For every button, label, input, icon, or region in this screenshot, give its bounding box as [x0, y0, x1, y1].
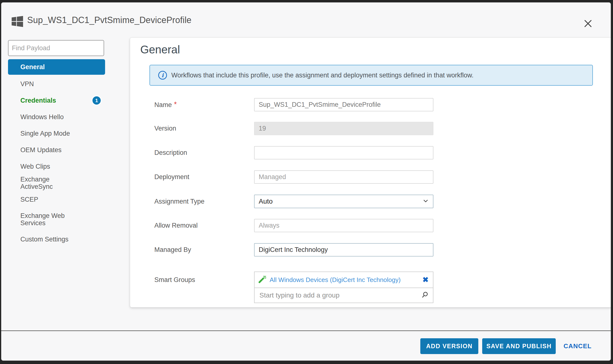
- remove-x-icon[interactable]: ✖: [422, 276, 429, 284]
- payload-nav: General VPN Credentials 1 Windows Hello …: [8, 59, 105, 247]
- sidebar-item-windows-hello[interactable]: Windows Hello: [8, 109, 105, 125]
- sidebar-item-exchange-web-services[interactable]: Exchange Web Services: [8, 208, 105, 231]
- info-icon: i: [158, 71, 167, 80]
- assignment-type-row: Assignment Type Auto: [154, 195, 433, 208]
- smart-groups-row: Smart Groups All Windows Devices (DigiCe…: [154, 272, 433, 303]
- device-profile-dialog: Sup_WS1_DC1_PvtSmime_DeviceProfile Gener…: [1, 2, 611, 361]
- page-title: General: [140, 43, 180, 56]
- smart-groups-label: Smart Groups: [154, 272, 254, 288]
- close-button[interactable]: [583, 19, 593, 29]
- allow-removal-input[interactable]: [254, 219, 433, 232]
- version-input: [254, 122, 433, 135]
- save-and-publish-button[interactable]: SAVE AND PUBLISH: [482, 338, 556, 354]
- version-row: Version: [154, 122, 433, 135]
- version-label: Version: [154, 125, 254, 132]
- sidebar-item-exchange-activesync[interactable]: Exchange ActiveSync: [8, 175, 105, 191]
- sidebar-item-custom-settings[interactable]: Custom Settings: [8, 231, 105, 247]
- smart-groups-widget: All Windows Devices (DigiCert Inc Techno…: [254, 272, 433, 303]
- windows-logo-icon: [12, 16, 23, 27]
- description-input[interactable]: [254, 146, 433, 159]
- deployment-label: Deployment: [154, 173, 254, 181]
- allow-removal-label: Allow Removal: [154, 222, 254, 229]
- find-payload-input[interactable]: [8, 40, 104, 56]
- sidebar-item-oem-updates[interactable]: OEM Updates: [8, 142, 105, 158]
- name-label: Name *: [154, 101, 254, 109]
- assignment-type-label: Assignment Type: [154, 198, 254, 205]
- allow-removal-row: Allow Removal: [154, 219, 433, 232]
- payload-sidebar: General VPN Credentials 1 Windows Hello …: [8, 40, 105, 247]
- workflow-info-banner: i Workflows that include this profile, u…: [149, 65, 593, 86]
- sidebar-item-credentials[interactable]: Credentials 1: [8, 92, 105, 109]
- managed-by-label: Managed By: [154, 246, 254, 254]
- assignment-type-select[interactable]: Auto: [254, 195, 433, 208]
- sidebar-item-single-app-mode[interactable]: Single App Mode: [8, 125, 105, 142]
- managed-by-row: Managed By: [154, 243, 433, 257]
- credentials-count-badge: 1: [91, 95, 102, 105]
- dialog-title: Sup_WS1_DC1_PvtSmime_DeviceProfile: [27, 15, 192, 25]
- general-panel: General i Workflows that include this pr…: [130, 37, 611, 307]
- add-version-button[interactable]: ADD VERSION: [420, 338, 478, 354]
- cancel-button[interactable]: CANCEL: [562, 338, 593, 354]
- search-icon: [421, 291, 429, 299]
- description-label: Description: [154, 149, 254, 156]
- magic-wand-icon: [259, 275, 266, 284]
- smart-group-search-row: [254, 288, 433, 303]
- chevron-down-icon: [423, 199, 428, 204]
- smart-group-link[interactable]: All Windows Devices (DigiCert Inc Techno…: [270, 276, 401, 284]
- smart-group-chip: All Windows Devices (DigiCert Inc Techno…: [254, 272, 433, 288]
- close-icon: [583, 19, 593, 29]
- banner-text: Workflows that include this profile, use…: [171, 72, 473, 79]
- name-row: Name *: [154, 98, 433, 111]
- description-row: Description: [154, 146, 433, 159]
- sidebar-item-scep[interactable]: SCEP: [8, 191, 105, 208]
- smart-group-search-input[interactable]: [259, 291, 421, 299]
- deployment-input[interactable]: [254, 170, 433, 184]
- required-asterisk: *: [174, 100, 177, 108]
- name-input[interactable]: [254, 98, 433, 111]
- managed-by-input[interactable]: [254, 243, 433, 257]
- footer-divider: [1, 330, 611, 331]
- sidebar-item-general[interactable]: General: [8, 59, 105, 75]
- sidebar-item-vpn[interactable]: VPN: [8, 76, 105, 92]
- deployment-row: Deployment: [154, 170, 433, 184]
- sidebar-item-web-clips[interactable]: Web Clips: [8, 158, 105, 175]
